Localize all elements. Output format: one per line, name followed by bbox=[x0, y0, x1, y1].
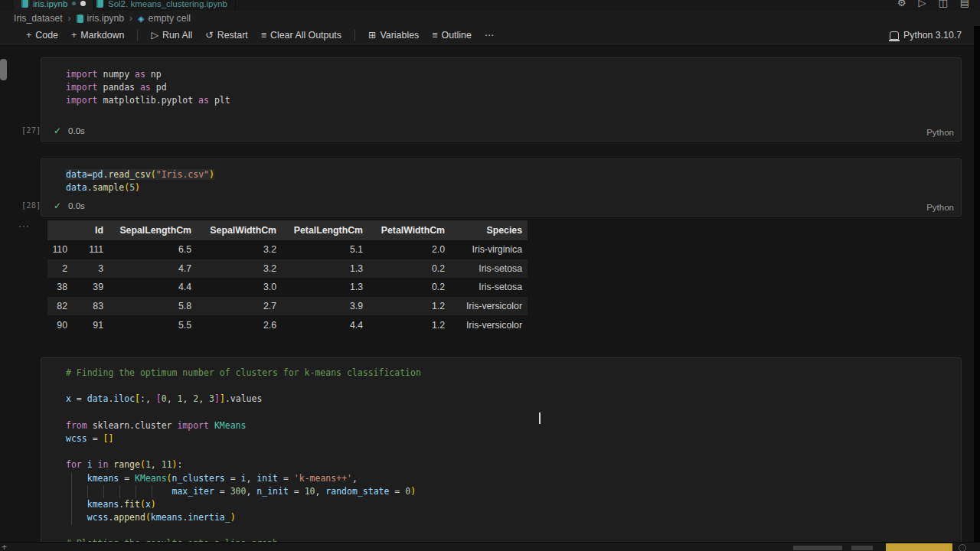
code-token bbox=[66, 473, 87, 484]
code-line[interactable]: import pandas as pd bbox=[66, 81, 953, 94]
table-header-cell: PetalWidthCm bbox=[368, 220, 450, 240]
table-cell: 3.2 bbox=[197, 259, 282, 279]
code-token: , bbox=[315, 486, 325, 497]
code-line[interactable]: kmeans = KMeans(n_clusters = i, init = '… bbox=[66, 472, 953, 485]
code-token: np bbox=[145, 69, 162, 80]
more-actions-button[interactable]: ⋯ bbox=[485, 29, 494, 41]
breadcrumb-label: iris.ipynb bbox=[87, 13, 125, 24]
table-cell: 3 bbox=[73, 259, 109, 279]
indent-guide bbox=[152, 485, 152, 498]
button-label: Markdown bbox=[80, 30, 124, 41]
breadcrumb-item-file[interactable]: iris.ipynb bbox=[77, 13, 125, 24]
code-token: pd bbox=[151, 82, 167, 93]
breadcrumb: Iris_dataset › iris.ipynb › ◈ empty cell bbox=[0, 11, 980, 26]
table-cell: 83 bbox=[73, 297, 109, 316]
code-token: , bbox=[246, 486, 256, 497]
tab-bar: iris.ipynb Sol2. kmeans_clustering.ipynb… bbox=[0, 0, 980, 11]
code-line[interactable]: data=pd.read_csv("Iris.csv") bbox=[66, 168, 953, 181]
restart-kernel-button[interactable]: ↺ Restart bbox=[205, 29, 247, 41]
code-line[interactable]: data.sample(5) bbox=[66, 181, 953, 194]
modified-dot-icon[interactable] bbox=[80, 1, 86, 6]
code-line[interactable] bbox=[66, 406, 953, 419]
tab-label: Sol2. kmeans_clustering.ipynb bbox=[108, 0, 227, 9]
code-token: data bbox=[66, 182, 87, 193]
code-line[interactable]: wcss = [] bbox=[66, 432, 953, 445]
output-options-kebab-icon[interactable]: ··· bbox=[18, 220, 30, 231]
code-line[interactable]: import numpy as np bbox=[66, 68, 953, 81]
code-token: fit bbox=[124, 499, 140, 510]
run-icon[interactable]: ▷ bbox=[918, 0, 926, 8]
status-item[interactable] bbox=[851, 546, 873, 550]
run-all-button[interactable]: ▷ Run All bbox=[151, 29, 192, 41]
cell-editor[interactable]: # Finding the optimum number of clusters… bbox=[41, 357, 962, 549]
code-token: as bbox=[198, 95, 209, 106]
code-line[interactable]: from sklearn.cluster import KMeans bbox=[66, 419, 953, 432]
code-token: i bbox=[82, 459, 98, 470]
split-editor-icon[interactable]: ◫ bbox=[938, 0, 947, 8]
code-token: = bbox=[225, 473, 241, 484]
add-markdown-cell-button[interactable]: + Markdown bbox=[71, 30, 124, 41]
code-token: n_clusters bbox=[172, 473, 225, 484]
code-line[interactable]: import matplotlib.pyplot as plt bbox=[66, 94, 953, 107]
code-token: max_iter bbox=[172, 486, 214, 497]
success-check-icon: ✓ bbox=[54, 126, 61, 136]
status-item[interactable] bbox=[793, 546, 842, 550]
code-line[interactable] bbox=[66, 445, 953, 458]
code-token: = bbox=[389, 486, 405, 497]
code-token: [ bbox=[156, 393, 162, 404]
code-token: = bbox=[71, 393, 87, 404]
code-line[interactable]: wcss.append(kmeans.inertia_) bbox=[66, 511, 953, 524]
code-token: wcss bbox=[87, 512, 109, 523]
variables-button[interactable]: ⊞ Variables bbox=[368, 29, 419, 41]
code-line[interactable]: for i in range(1, 11): bbox=[66, 458, 953, 471]
breadcrumb-item-folder[interactable]: Iris_dataset bbox=[14, 13, 63, 24]
status-circle-icon[interactable] bbox=[959, 544, 966, 551]
cell-language-picker[interactable]: Python bbox=[926, 203, 954, 212]
table-cell: 2 bbox=[47, 259, 73, 279]
code-token: import bbox=[66, 95, 98, 106]
code-token: ] bbox=[214, 393, 220, 404]
customize-layout-icon[interactable]: ▤ bbox=[960, 0, 969, 8]
code-area[interactable]: import numpy as npimport pandas as pdimp… bbox=[66, 68, 953, 108]
table-cell: Iris-versicolor bbox=[450, 297, 528, 316]
cell-editor[interactable]: import numpy as npimport pandas as pdimp… bbox=[41, 57, 962, 142]
code-area[interactable]: # Finding the optimum number of clusters… bbox=[66, 367, 953, 551]
kernel-picker[interactable]: Python 3.10.7 bbox=[890, 26, 962, 44]
code-token: range bbox=[108, 459, 140, 470]
settings-icon[interactable]: ⚙ bbox=[897, 0, 906, 8]
table-cell: 5.1 bbox=[282, 240, 368, 259]
status-bar: + bbox=[0, 542, 980, 551]
plus-icon: + bbox=[71, 30, 77, 41]
cell-language-picker[interactable]: Python bbox=[926, 128, 954, 137]
table-header-cell bbox=[47, 220, 73, 240]
tab-iris-ipynb[interactable]: iris.ipynb bbox=[14, 0, 94, 11]
add-code-cell-button[interactable]: + Code bbox=[26, 30, 58, 41]
status-warning-badge[interactable] bbox=[886, 543, 952, 551]
outline-button[interactable]: ≡ Outline bbox=[432, 30, 472, 41]
vscode-notebook-window: iris.ipynb Sol2. kmeans_clustering.ipynb… bbox=[0, 0, 980, 551]
add-cell-plus-icon[interactable]: + bbox=[2, 543, 7, 551]
clear-all-outputs-button[interactable]: ≡ Clear All Outputs bbox=[261, 30, 341, 41]
code-line[interactable]: x = data.iloc[:, [0, 1, 2, 3]].values bbox=[66, 393, 953, 406]
cell-editor[interactable]: data=pd.read_csv("Iris.csv")data.sample(… bbox=[41, 158, 962, 217]
code-token bbox=[66, 512, 87, 523]
execution-time: 0.0s bbox=[68, 201, 85, 210]
code-token: ( bbox=[140, 499, 145, 510]
code-area[interactable]: data=pd.read_csv("Iris.csv")data.sample(… bbox=[66, 168, 953, 194]
symbol-diamond-icon: ◈ bbox=[138, 15, 144, 23]
table-cell: Iris-versicolor bbox=[450, 315, 528, 334]
code-line[interactable]: max_iter = 300, n_init = 10, random_stat… bbox=[66, 485, 953, 498]
indent-guide bbox=[119, 485, 120, 498]
code-token: as bbox=[135, 69, 145, 80]
breadcrumb-item-cell[interactable]: ◈ empty cell bbox=[138, 13, 191, 24]
code-token: matplotlib.pyplot bbox=[98, 95, 199, 106]
code-token: import bbox=[177, 420, 209, 431]
code-token: ( bbox=[151, 169, 156, 180]
code-line[interactable]: # Finding the optimum number of clusters… bbox=[66, 367, 953, 380]
code-token: ) bbox=[151, 499, 156, 510]
code-line[interactable]: kmeans.fit(x) bbox=[66, 498, 953, 511]
code-line[interactable] bbox=[66, 524, 953, 537]
code-token: 'k-means++' bbox=[294, 473, 352, 484]
tab-kmeans-clustering-ipynb[interactable]: Sol2. kmeans_clustering.ipynb bbox=[89, 0, 236, 11]
code-line[interactable] bbox=[66, 380, 953, 393]
